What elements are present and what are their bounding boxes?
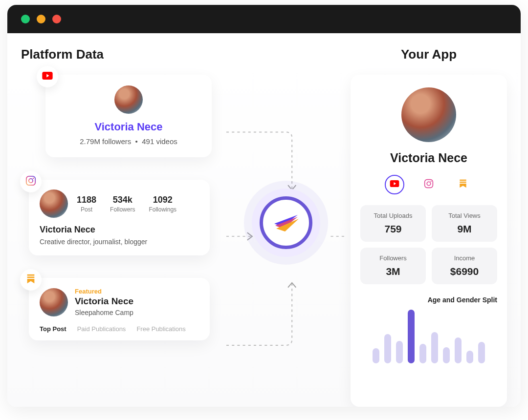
svg-rect-11 — [460, 182, 466, 183]
avatar — [401, 87, 456, 142]
svg-point-8 — [427, 182, 431, 186]
instagram-profile-name: Victoria Nece — [40, 225, 199, 235]
chart-bar — [455, 337, 462, 363]
metric-uploads-value: 759 — [364, 223, 422, 235]
connector-area — [226, 47, 346, 407]
svg-rect-5 — [27, 276, 35, 278]
metric-uploads-label: Total Uploads — [364, 212, 422, 219]
chart-bar — [373, 348, 379, 363]
tab-top-post[interactable]: Top Post — [40, 325, 66, 333]
avatar — [40, 189, 68, 218]
chart-bar — [443, 347, 450, 363]
chart-title: Age and Gender Split — [360, 296, 497, 304]
svg-rect-7 — [425, 180, 433, 188]
instagram-followers-label: Followers — [110, 206, 135, 213]
window-close-dot[interactable] — [21, 15, 30, 23]
youtube-stats: 2.79M followers • 491 videos — [56, 137, 201, 146]
chart-bar — [419, 344, 426, 363]
aggregator-logo — [252, 189, 320, 257]
instagram-followings-stat: 1092 Followings — [149, 195, 176, 213]
app-profile-name: Victoria Nece — [360, 151, 497, 165]
platform-chip-instagram[interactable] — [419, 175, 439, 194]
instagram-followings-label: Followings — [149, 206, 176, 213]
metric-views: Total Views 9M — [432, 205, 497, 242]
app-profile-card: Victoria Nece Total Uploads 759 — [351, 75, 507, 407]
avatar — [114, 85, 143, 114]
svg-point-2 — [29, 179, 33, 183]
substack-icon — [26, 273, 36, 286]
instagram-icon — [25, 175, 36, 188]
instagram-posts-label: Post — [77, 206, 96, 213]
content-area: Platform Data Victoria Nece 2.79M follow… — [7, 33, 521, 407]
svg-rect-1 — [26, 176, 35, 185]
window-maximize-dot[interactable] — [52, 15, 61, 23]
substack-tabs: Top Post Paid Publications Free Publicat… — [40, 325, 199, 333]
metric-followers-label: Followers — [364, 254, 422, 262]
avatar — [40, 288, 68, 316]
metric-views-value: 9M — [436, 223, 493, 235]
tab-paid-publications[interactable]: Paid Publications — [77, 325, 126, 333]
metric-income: Income $6990 — [432, 248, 497, 284]
metric-followers: Followers 3M — [360, 248, 426, 284]
svg-point-3 — [33, 178, 34, 179]
svg-point-9 — [431, 181, 432, 182]
app-window: Platform Data Victoria Nece 2.79M follow… — [7, 5, 521, 407]
chart-bar — [408, 310, 415, 363]
instagram-stats-row: 1188 Post 534k Followers 1092 Followings — [77, 195, 176, 213]
instagram-bio: Creative director, journalist, blogger — [40, 238, 199, 246]
window-minimize-dot[interactable] — [37, 15, 45, 23]
platform-chip-youtube[interactable] — [385, 175, 404, 194]
metric-income-value: $6990 — [436, 266, 493, 277]
svg-rect-10 — [460, 180, 466, 181]
platform-data-column: Platform Data Victoria Nece 2.79M follow… — [21, 47, 221, 407]
substack-icon — [459, 179, 467, 190]
age-gender-chart — [360, 310, 497, 363]
youtube-profile-name[interactable]: Victoria Nece — [56, 121, 201, 133]
paper-plane-icon — [272, 210, 300, 235]
metric-followers-value: 3M — [364, 266, 422, 277]
youtube-followers: 2.79M followers — [80, 137, 131, 146]
youtube-badge — [37, 66, 58, 87]
instagram-posts-value: 1188 — [77, 195, 96, 205]
substack-card[interactable]: Featured Victoria Nece Sleepahome Camp T… — [29, 278, 210, 340]
tab-free-publications[interactable]: Free Publications — [136, 325, 185, 333]
window-titlebar — [7, 5, 521, 33]
metric-views-label: Total Views — [436, 212, 493, 219]
youtube-card[interactable]: Victoria Nece 2.79M followers • 491 vide… — [45, 75, 212, 157]
platform-chip-substack[interactable] — [453, 175, 473, 194]
featured-label: Featured — [75, 288, 133, 295]
your-app-title: Your App — [351, 47, 507, 62]
social-platform-row — [360, 175, 497, 194]
instagram-card[interactable]: 1188 Post 534k Followers 1092 Followings — [29, 180, 210, 255]
instagram-posts-stat: 1188 Post — [77, 195, 96, 213]
instagram-followings-value: 1092 — [149, 195, 176, 205]
instagram-followers-value: 534k — [110, 195, 135, 205]
svg-rect-4 — [27, 274, 35, 276]
chart-bar — [384, 334, 391, 364]
substack-badge — [20, 269, 42, 291]
instagram-badge — [20, 171, 42, 192]
youtube-icon — [390, 180, 399, 189]
chart-bar — [396, 341, 403, 363]
chart-bar — [466, 351, 473, 363]
youtube-videos: 491 videos — [142, 137, 177, 146]
metric-uploads: Total Uploads 759 — [360, 205, 426, 242]
metric-income-label: Income — [436, 254, 493, 262]
metrics-grid: Total Uploads 759 Total Views 9M Followe… — [360, 205, 497, 284]
substack-profile-name: Victoria Nece — [75, 296, 133, 307]
platform-data-title: Platform Data — [21, 47, 221, 62]
instagram-followers-stat: 534k Followers — [110, 195, 135, 213]
chart-bar — [431, 332, 438, 363]
substack-subtitle: Sleepahome Camp — [75, 309, 133, 316]
youtube-icon — [42, 72, 53, 82]
chart-bar — [478, 342, 485, 363]
your-app-column: Your App Victoria Nece — [351, 47, 507, 407]
instagram-icon — [424, 179, 434, 190]
